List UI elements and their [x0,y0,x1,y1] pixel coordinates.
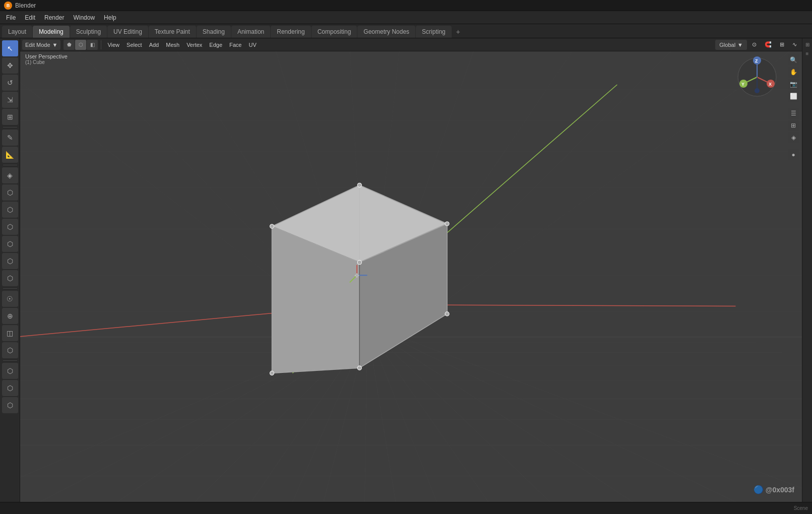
menu-file[interactable]: File [2,12,20,23]
left-toolbar: ↖ ✥ ↺ ⇲ ⊞ ✎ 📐 ◈ ⬡ ⬡ ⬡ ⬡ ⬡ ⬡ ☉ ⊕ ◫ ⬡ ⬡ ⬡ … [0,38,20,502]
tool-bisect[interactable]: ⬡ [2,270,18,286]
select-menu[interactable]: Select [123,40,145,50]
separator-4 [3,360,17,361]
mode-selector-label: Edit Mode [25,42,50,48]
vertex-select-mode[interactable]: ⬟ [64,40,75,50]
tool-measure[interactable]: 📐 [2,147,18,163]
separator-3 [3,288,17,289]
tab-sculpting[interactable]: Sculpting [70,26,107,38]
view-menu[interactable]: View [104,40,122,50]
tool-extra[interactable]: ⬡ [2,397,18,413]
mesh-menu[interactable]: Mesh [163,40,182,50]
render-region[interactable]: ⬜ [788,91,799,102]
tool-rotate[interactable]: ↺ [2,75,18,91]
svg-point-64 [445,312,449,316]
menu-window[interactable]: Window [69,12,99,23]
snap-toggle[interactable]: 🧲 [762,40,775,50]
separator-1 [3,127,17,127]
proportional-edit[interactable]: ⊙ [749,40,760,50]
tool-move[interactable]: ✥ [2,57,18,74]
right-panel: ⊞ ≡ [802,38,812,502]
tool-edge-crease[interactable]: ⬡ [2,380,18,396]
tool-bevel[interactable]: ⬡ [2,202,18,218]
tool-smooth[interactable]: ⬡ [2,363,18,379]
orientation-label: Global [719,42,735,48]
svg-point-59 [357,183,361,187]
title-bar: B Blender [0,0,812,11]
hand-pan[interactable]: ✋ [788,67,799,78]
orientation-dropdown: ▼ [737,42,743,48]
tool-loop-cut[interactable]: ⬡ [2,219,18,235]
display-mode[interactable]: ☰ [788,108,799,119]
overlay-toggle[interactable]: ⊞ [788,120,799,131]
tool-select[interactable]: ↖ [2,40,18,56]
face-menu[interactable]: Face [226,40,244,50]
separator-2 [3,165,17,165]
viewport-grid: ✥ [20,38,802,502]
tab-rendering[interactable]: Rendering [271,26,310,38]
tool-annotate[interactable]: ✎ [2,130,18,146]
tool-transform[interactable]: ⊞ [2,109,18,125]
tab-geometry-nodes[interactable]: Geometry Nodes [357,26,415,38]
tool-to-sphere[interactable]: ⊕ [2,308,18,324]
edge-select-mode[interactable]: ⬡ [75,40,86,50]
auto-merge[interactable]: ⊞ [777,40,787,50]
face-select-mode[interactable]: ◧ [87,40,98,50]
uv-menu[interactable]: UV [246,40,260,50]
tool-scale[interactable]: ⇲ [2,92,18,108]
edge-menu[interactable]: Edge [206,40,225,50]
tab-modeling[interactable]: Modeling [33,26,70,38]
tab-animation[interactable]: Animation [231,26,270,38]
editor-area: ↖ ✥ ↺ ⇲ ⊞ ✎ 📐 ◈ ⬡ ⬡ ⬡ ⬡ ⬡ ⬡ ☉ ⊕ ◫ ⬡ ⬡ ⬡ … [0,38,812,502]
viewport-toolbar: Edit Mode ▼ ⬟ ⬡ ◧ View Select Add Mesh V… [20,38,802,51]
viewport-object-label: (1) Cube [25,59,68,65]
zoom-to-fit[interactable]: 🔍 [788,54,799,66]
shading-solid[interactable]: ● [788,149,799,160]
svg-text:Z: Z [755,58,758,63]
tab-texture-paint[interactable]: Texture Paint [149,26,196,38]
xray-toggle[interactable]: ◈ [788,132,799,143]
nav-gizmo[interactable]: Z X Y [734,54,780,100]
tab-compositing[interactable]: Compositing [311,26,357,38]
transform-orientation[interactable]: Global ▼ [715,40,747,50]
tool-shrink[interactable]: ◫ [2,325,18,341]
right-panel-toggle[interactable]: ⊞ [803,40,811,48]
mode-selector[interactable]: Edit Mode ▼ [22,40,60,50]
camera-view[interactable]: 📷 [788,79,799,90]
svg-point-62 [270,371,274,375]
menu-edit[interactable]: Edit [21,12,39,23]
tool-shear[interactable]: ☉ [2,291,18,307]
add-workspace-tab[interactable]: + [452,26,464,38]
workspace-tabs: Layout Modeling Sculpting UV Editing Tex… [0,24,812,38]
menu-help[interactable]: Help [100,12,120,23]
tool-push-pull[interactable]: ⬡ [2,342,18,358]
tool-inset[interactable]: ⬡ [2,184,18,201]
select-mode-buttons: ⬟ ⬡ ◧ [64,40,98,50]
app-title: Blender [15,2,36,9]
tab-layout[interactable]: Layout [2,26,32,38]
tab-uv-editing[interactable]: UV Editing [107,26,148,38]
edge-mode[interactable]: ∿ [789,40,800,50]
vertex-menu[interactable]: Vertex [183,40,205,50]
tab-scripting[interactable]: Scripting [416,26,452,38]
mode-dropdown-icon: ▼ [52,42,58,48]
tool-extrude[interactable]: ◈ [2,167,18,183]
scene-selector[interactable]: Scene [794,505,808,511]
svg-point-61 [357,261,361,265]
svg-point-60 [445,222,449,226]
svg-point-63 [357,366,361,370]
menu-bar: File Edit Render Window Help [0,11,812,24]
menu-render[interactable]: Render [40,12,68,23]
tool-knife[interactable]: ⬡ [2,253,18,269]
viewport[interactable]: ✥ Edit Mode ▼ ⬟ ⬡ ◧ View Select Add Mesh… [20,38,802,502]
add-menu[interactable]: Add [146,40,162,50]
app-icon: B [4,2,12,10]
svg-text:X: X [769,82,772,87]
btn-spacer [788,103,799,107]
viewport-info: User Perspective (1) Cube [25,53,68,65]
viewport-right-buttons: 🔍 ✋ 📷 ⬜ ☰ ⊞ ◈ ● [788,54,799,160]
watermark-text: @0x003f [766,486,794,494]
tab-shading[interactable]: Shading [197,26,231,38]
right-panel-options[interactable]: ≡ [803,49,811,57]
tool-offset-edge[interactable]: ⬡ [2,236,18,252]
